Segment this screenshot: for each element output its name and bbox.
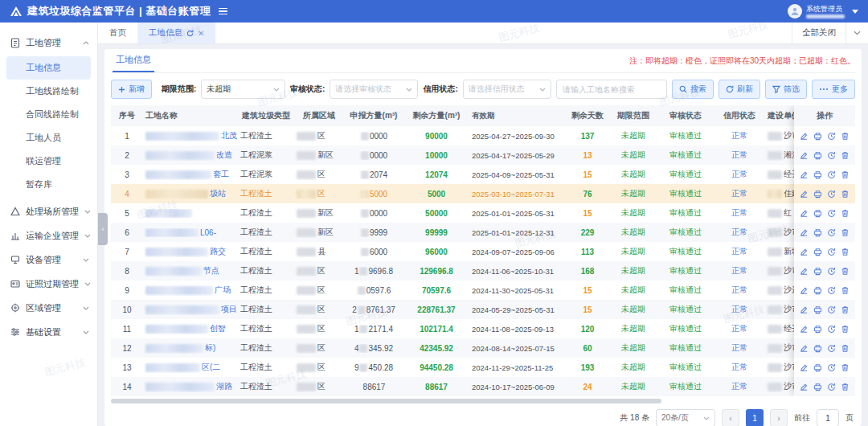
edit-icon[interactable] [800,286,809,295]
sidebar-item-joint-transport[interactable]: 联运管理 [6,150,91,173]
site-name-link[interactable]: 创智 [210,323,226,334]
sidebar-group-site-management[interactable]: 工地管理 [0,31,97,55]
site-name-link[interactable]: 区(二 [202,362,220,373]
delete-icon[interactable] [841,170,850,179]
sidebar-group-transport-companies[interactable]: 运输企业管理 [0,223,97,248]
table-row[interactable]: 5 工程渣土 新区 0000 50000 2025-01-01~2025-05-… [111,203,855,223]
current-page-button[interactable]: 1 [746,409,764,426]
table-row[interactable]: 6 L06- 工程渣土 新区 9999 99999 2025-01-01~202… [111,223,855,242]
site-name-link[interactable]: 广场 [215,285,231,296]
edit-icon[interactable] [800,344,809,353]
table-row[interactable]: 11 创智 工程渣土 区 12171.4 102171.4 2024-11-08… [111,319,855,338]
goto-page-input[interactable] [817,409,839,426]
print-icon[interactable] [813,190,822,199]
history-icon[interactable] [827,363,836,372]
site-name-link[interactable]: 北茂 [221,130,237,141]
history-icon[interactable] [827,267,836,276]
site-name-link[interactable]: L06- [200,228,216,237]
add-button[interactable]: 新增 [111,80,152,99]
print-icon[interactable] [813,286,822,295]
panel-tab-site-info[interactable]: 工地信息 [113,54,154,72]
sidebar-collapse-handle[interactable]: ‹ [98,213,108,245]
term-range-select[interactable]: 未超期 [201,80,285,99]
print-icon[interactable] [813,363,822,372]
site-name-link[interactable]: 路交 [210,246,226,257]
edit-icon[interactable] [800,170,809,179]
table-row[interactable]: 2 改造 工程泥浆 新区 0000 10000 2025-04-17~2025-… [111,145,855,165]
site-name-search-input[interactable] [556,80,667,99]
edit-icon[interactable] [800,132,809,141]
prev-page-button[interactable]: ‹ [722,409,739,426]
print-icon[interactable] [813,248,822,256]
avatar[interactable] [788,4,802,18]
history-icon[interactable] [827,132,836,141]
site-name-link[interactable]: 圾站 [210,188,226,199]
history-icon[interactable] [827,305,836,314]
menu-collapse-icon[interactable] [219,8,227,15]
edit-icon[interactable] [800,209,809,218]
history-icon[interactable] [827,190,836,199]
search-button[interactable]: 搜索 [672,80,714,99]
edit-icon[interactable] [800,363,809,372]
delete-icon[interactable] [841,151,850,160]
history-icon[interactable] [827,248,836,256]
site-name-link[interactable]: 项目 [221,304,237,315]
print-icon[interactable] [813,228,822,237]
tab-home[interactable]: 首页 [98,23,137,43]
print-icon[interactable] [813,209,822,218]
filter-button[interactable]: 筛选 [765,80,807,99]
delete-icon[interactable] [841,248,850,256]
sidebar-group-license-expiry[interactable]: 证照过期管理 [0,272,97,296]
site-name-link[interactable]: 标) [205,342,215,354]
credit-status-select[interactable]: 请选择信用状态 [463,80,551,99]
site-name-link[interactable]: 节点 [203,265,219,276]
table-row[interactable]: 12 标) 工程渣土 区 4345.92 42345.92 2024-08-14… [111,338,855,358]
table-row[interactable]: 8 节点 工程渣土 区 19696.8 129696.8 2024-11-06~… [111,261,855,281]
delete-icon[interactable] [841,383,850,391]
edit-icon[interactable] [800,267,809,276]
table-row[interactable]: 1 北茂 工程渣土 区 0000 90000 2025-04-27~2025-0… [111,126,855,145]
edit-icon[interactable] [800,151,809,160]
tab-site-info[interactable]: 工地信息 ✕ [137,23,215,43]
table-row[interactable]: 7 路交 工程渣土 县 6000 96000 2024-09-07~2025-0… [111,242,855,261]
print-icon[interactable] [813,267,822,276]
print-icon[interactable] [813,383,822,391]
edit-icon[interactable] [800,383,809,391]
close-all-tabs-button[interactable]: 全部关闭 [792,23,845,43]
print-icon[interactable] [813,132,822,141]
chevron-down-icon[interactable] [852,10,858,14]
table-row[interactable]: 13 区(二 工程渣土 区 9450.28 94450.28 2024-11-2… [111,358,855,377]
history-icon[interactable] [827,228,836,237]
audit-status-select[interactable]: 请选择审核状态 [330,80,418,99]
print-icon[interactable] [813,344,822,353]
print-icon[interactable] [813,151,822,160]
edit-icon[interactable] [800,305,809,314]
history-icon[interactable] [827,286,836,295]
delete-icon[interactable] [841,132,850,141]
print-icon[interactable] [813,170,822,179]
user-menu[interactable]: 系统管理员 [788,4,858,18]
delete-icon[interactable] [841,209,850,218]
history-icon[interactable] [827,383,836,391]
table-row[interactable]: 14 湖路 工程渣土 区 88617 88617 2024-10-17~2025… [111,377,855,396]
edit-icon[interactable] [800,325,809,334]
history-icon[interactable] [827,209,836,218]
table-row[interactable]: 3 套工 工程泥浆 区 2074 12074 2025-04-09~2025-0… [111,165,855,184]
sidebar-group-region-management[interactable]: 区域管理 [0,296,97,320]
sidebar-item-temp-storage[interactable]: 暂存库 [6,173,91,196]
delete-icon[interactable] [841,267,850,276]
history-icon[interactable] [827,170,836,179]
table-row[interactable]: 9 广场 工程渣土 区 0597.6 70597.6 2024-11-30~20… [111,281,855,300]
edit-icon[interactable] [800,248,809,256]
edit-icon[interactable] [800,228,809,237]
delete-icon[interactable] [841,363,850,372]
sidebar-item-contract-route-draw[interactable]: 合同线路绘制 [6,103,91,126]
sidebar-item-site-info[interactable]: 工地信息 [6,56,91,80]
sidebar-group-basic-settings[interactable]: 基础设置 [0,320,97,344]
print-icon[interactable] [813,305,822,314]
delete-icon[interactable] [841,325,850,334]
site-name-link[interactable]: 湖路 [216,381,232,392]
page-size-select[interactable]: 20条/页 [656,409,715,426]
sidebar-item-site-personnel[interactable]: 工地人员 [6,126,91,150]
table-row[interactable]: 10 项目 工程渣土 区 28761.37 228761.37 2024-05-… [111,300,855,319]
